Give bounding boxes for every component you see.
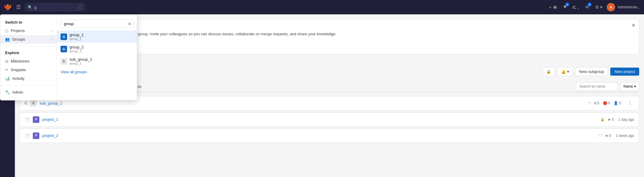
- subgroups-count: 0: [597, 101, 599, 105]
- milestones-label: Milestones: [11, 59, 29, 63]
- members-count-icon: 👤: [614, 101, 618, 105]
- project1-stars-stat: ★ 0: [608, 118, 614, 122]
- issues-button[interactable]: ⚑ 1: [561, 3, 569, 11]
- topnav-right-actions: ＋ ▾ ⚑ 1 ⑆ ▾ ✉ 1 ⚙ ▾ A Administrato...: [546, 3, 640, 11]
- banner-title: Collaborate with your team: [52, 24, 633, 29]
- snippets-icon: ✂: [5, 68, 8, 72]
- dropdown-menu-admin[interactable]: 🔧 Admin: [0, 88, 57, 97]
- project2-name-link[interactable]: project_2: [42, 133, 596, 138]
- list-item: 📄 P project_1 🔒 ★ 0 1 day ago: [20, 112, 639, 127]
- dropdown-right-panel: ✕ G group_1 qroup_1 G group_2 qroup_2 S: [57, 15, 137, 100]
- global-search: 🔍 /: [25, 3, 85, 11]
- search-result-group1[interactable]: G group_1 qroup_1: [57, 30, 137, 43]
- search-clear-button[interactable]: ✕: [128, 22, 131, 26]
- bell-icon: 🔔: [561, 69, 566, 74]
- admin-icon: 🔧: [5, 90, 10, 94]
- subgroup-subgroups-stat: ⑆ 0: [594, 101, 599, 105]
- new-subgroup-button[interactable]: New subgroup: [575, 67, 608, 76]
- separator-1: [0, 46, 57, 46]
- project2-stars-count: 0: [609, 134, 611, 138]
- admin-label: Admin: [12, 90, 23, 94]
- subgroup-avatar: S: [30, 100, 37, 106]
- subgroup-name-link[interactable]: sub_group_1: [40, 101, 585, 106]
- members-count: 0: [619, 101, 621, 105]
- view-all-groups-link[interactable]: View all groups: [57, 67, 137, 77]
- search-icon: 🔍: [28, 5, 32, 10]
- lock-button[interactable]: 🔒: [542, 67, 555, 76]
- dropdown-menu-projects[interactable]: ◻ Projects ›: [0, 26, 57, 35]
- project2-stars-icon: ★: [605, 134, 608, 138]
- dropdown-menu-activity[interactable]: 📊 Activity: [0, 74, 57, 83]
- search-result-group2[interactable]: G group_2 qroup_2: [57, 43, 137, 55]
- switch-to-dropdown: Switch to ◻ Projects › 👥 Groups › Explor…: [0, 14, 137, 100]
- gitlab-logo[interactable]: [4, 3, 12, 11]
- issues-count: 0: [608, 101, 610, 105]
- subgroup-more-button[interactable]: ⋮: [626, 100, 634, 107]
- stars-icon: ★: [608, 118, 611, 122]
- sort-arrow-icon: ▾: [634, 84, 636, 89]
- result-avatar-group2: G: [61, 46, 67, 52]
- banner-close-button[interactable]: ✕: [631, 22, 635, 28]
- subgroup-icon: ⑆: [25, 101, 27, 106]
- notifications-button[interactable]: 🔔 ▾: [557, 67, 573, 76]
- mail-badge: 1: [588, 3, 592, 6]
- result-text-subgroup1: sub_group_1 qroup_1: [69, 57, 92, 65]
- banner-content: Collaborate with your team We noticed th…: [52, 24, 633, 49]
- sort-dropdown[interactable]: Name ▾: [620, 83, 639, 90]
- group-header-right: 🔒 🔔 ▾ New subgroup New project: [542, 67, 639, 76]
- settings-button[interactable]: ⚙ ▾: [593, 3, 604, 11]
- project1-avatar: P: [33, 116, 39, 123]
- project2-stars-stat: ★ 0: [605, 134, 611, 138]
- dropdown-left-panel: Switch to ◻ Projects › 👥 Groups › Explor…: [0, 15, 57, 100]
- subgroups-count-icon: ⑆: [594, 101, 596, 105]
- result-path-group1: qroup_1: [69, 37, 84, 41]
- dropdown-menu-milestones[interactable]: ◎ Milestones: [0, 57, 57, 65]
- search-result-subgroup1[interactable]: S sub_group_1 qroup_1: [57, 55, 137, 67]
- tabs-right: Name ▾: [576, 83, 639, 90]
- project2-right: ★ 0 1 week ago: [605, 134, 634, 138]
- global-search-input[interactable]: [34, 5, 76, 10]
- main-layout: G G ⚑ ⑆ ◎ 📦 ⚙ Switch to ◻ Projects › 👥 G…: [0, 14, 644, 177]
- project2-avatar: P: [33, 132, 39, 139]
- dropdown-menu-groups[interactable]: 👥 Groups ›: [0, 35, 57, 44]
- project2-time: 1 week ago: [616, 134, 634, 138]
- notifications-arrow-icon: ▾: [567, 69, 569, 74]
- user-avatar[interactable]: A: [607, 3, 615, 11]
- result-path-group2: qroup_2: [69, 49, 84, 53]
- result-text-group2: group_2 qroup_2: [69, 45, 84, 53]
- slash-shortcut: /: [78, 5, 82, 10]
- dropdown-search-input[interactable]: [61, 19, 133, 28]
- hamburger-button[interactable]: ☰: [14, 3, 23, 12]
- result-avatar-group1: G: [61, 33, 67, 40]
- dropdown-menu-snippets[interactable]: ✂ Snippets: [0, 65, 57, 74]
- project-search-input[interactable]: [576, 83, 618, 90]
- project1-right: ★ 0 1 day ago: [608, 118, 634, 122]
- subgroup-stats: ⑆ 0 🔴 0 👤 0 ⋮: [594, 100, 634, 107]
- subgroup-stats-row: ⑆ 0 🔴 0 👤 0: [594, 101, 621, 105]
- snippets-label: Snippets: [11, 68, 26, 72]
- activity-icon: 📊: [5, 76, 10, 81]
- project1-name-link[interactable]: project_1: [42, 117, 597, 122]
- projects-icon: ◻: [5, 28, 8, 33]
- list-item: 📄 P project_2 🛡 ★ 0 1 week ago: [20, 129, 639, 143]
- activity-label: Activity: [12, 76, 24, 81]
- issues-count-icon: 🔴: [603, 101, 607, 105]
- milestones-icon: ◎: [5, 59, 8, 63]
- issues-badge: 1: [565, 3, 569, 6]
- result-path-subgroup1: qroup_1: [69, 62, 92, 65]
- project1-time: 1 day ago: [618, 118, 634, 122]
- result-text-group1: group_1 qroup_1: [69, 33, 84, 41]
- project2-repo-icon: 📄: [25, 133, 30, 138]
- switch-to-title: Switch to: [0, 18, 57, 26]
- projects-arrow-icon: ›: [51, 29, 52, 33]
- create-button[interactable]: ＋ ▾: [546, 3, 559, 11]
- subgroup-members-stat: 👤 0: [614, 101, 621, 105]
- merge-requests-button[interactable]: ⑆ ▾: [571, 4, 581, 11]
- result-name-subgroup1: sub_group_1: [69, 57, 92, 62]
- mail-button[interactable]: ✉ 1: [583, 3, 591, 11]
- username-label[interactable]: Administrato...: [617, 5, 640, 9]
- project-repo-icon: 📄: [25, 117, 30, 122]
- sort-label: Name: [623, 84, 633, 89]
- new-project-button[interactable]: New project: [610, 68, 639, 76]
- top-navigation: ☰ 🔍 / ＋ ▾ ⚑ 1 ⑆ ▾ ✉ 1 ⚙ ▾ A Administrato…: [0, 0, 644, 14]
